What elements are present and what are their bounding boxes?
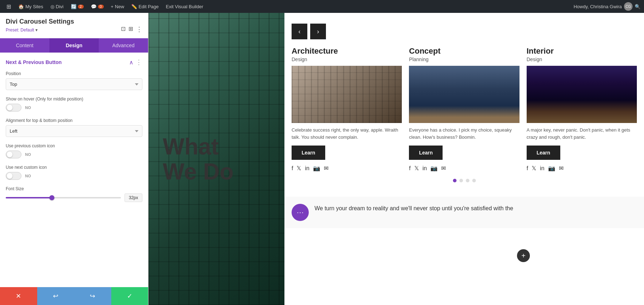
carousel-cards: Architecture Design Celebrate success ri…	[292, 46, 637, 172]
card-2-learn-button[interactable]: Learn	[409, 146, 443, 160]
panel-preset[interactable]: Preset: Default ▾	[6, 28, 38, 33]
slider-track	[6, 197, 121, 198]
card-architecture: Architecture Design Celebrate success ri…	[292, 46, 402, 172]
window-icon[interactable]: ⊡	[121, 25, 126, 33]
cancel-icon: ✕	[16, 292, 21, 300]
user-area: Howdy, Christina Gwira CG 🔍	[574, 2, 640, 11]
search-icon[interactable]: 🔍	[635, 4, 640, 9]
next-icon-toggle[interactable]	[6, 172, 21, 180]
linkedin-icon-1[interactable]: in	[305, 165, 309, 172]
section-actions: ∧ ⋮	[129, 58, 142, 66]
prev-icon-label: Use previous custom icon	[6, 143, 142, 148]
tab-content[interactable]: Content	[0, 38, 49, 53]
font-size-field: Font Size 32px	[6, 186, 142, 202]
exit-label: Exit Visual Builder	[166, 4, 204, 9]
section-options-icon[interactable]: ⋮	[136, 58, 142, 66]
panel-bottom: ✕ ↩ ↪ ✓	[0, 287, 148, 305]
bubbles-menu[interactable]: 💬 0	[88, 0, 107, 13]
divi-icon: ◎	[50, 4, 54, 9]
position-select[interactable]: Top Middle Bottom	[6, 78, 142, 90]
my-sites-menu[interactable]: 🏠 My Sites	[15, 0, 46, 13]
dot-2[interactable]	[459, 179, 463, 182]
facebook-icon-3[interactable]: f	[527, 165, 528, 172]
position-label: Position	[6, 71, 142, 76]
redo-icon: ↪	[90, 292, 95, 300]
email-icon-3[interactable]: ✉	[559, 165, 564, 172]
instagram-icon-1[interactable]: 📷	[313, 165, 320, 172]
instagram-icon-3[interactable]: 📷	[548, 165, 555, 172]
next-icon-label: Use next custom icon	[6, 165, 142, 170]
bubble-icon: 💬	[91, 4, 97, 9]
card-2-subtitle: Planning	[409, 56, 519, 62]
next-icon-field: Use next custom icon NO	[6, 165, 142, 180]
undo-button[interactable]: ↩	[37, 287, 74, 305]
card-2-desc: Everyone has a choice. I pick my choice,…	[409, 127, 519, 141]
hover-toggle[interactable]	[6, 104, 21, 112]
grid-icon[interactable]: ⊞	[128, 25, 133, 33]
avatar[interactable]: CG	[624, 2, 633, 11]
dots-icon[interactable]: ⋮	[136, 25, 142, 33]
email-icon-1[interactable]: ✉	[324, 165, 328, 172]
pencil-icon: ✏️	[131, 4, 137, 9]
carousel-prev-button[interactable]: ‹	[292, 24, 307, 39]
collapse-icon[interactable]: ∧	[129, 59, 133, 66]
next-icon-toggle-label: NO	[25, 174, 31, 178]
bottom-section: ⋯ We turn your dream to reality and we'l…	[284, 197, 644, 228]
prev-icon-toggle[interactable]	[6, 151, 21, 158]
dot-1[interactable]	[453, 179, 457, 182]
wp-logo[interactable]: ⊞	[4, 0, 14, 13]
font-size-slider-row: 32px	[6, 193, 142, 202]
email-icon-2[interactable]: ✉	[441, 165, 446, 172]
redo-button[interactable]: ↪	[74, 287, 111, 305]
card-3-learn-button[interactable]: Learn	[527, 146, 560, 160]
new-button[interactable]: + New	[108, 0, 127, 13]
hero-text: What We Do	[163, 134, 234, 184]
card-concept: Concept Planning Everyone has a choice. …	[409, 46, 519, 172]
carousel-next-button[interactable]: ›	[310, 24, 326, 39]
my-sites-label: My Sites	[25, 4, 43, 9]
alignment-select[interactable]: Left Center Right	[6, 125, 142, 137]
facebook-icon-2[interactable]: f	[409, 165, 410, 172]
cancel-button[interactable]: ✕	[0, 287, 37, 305]
hero-line1: What	[163, 134, 234, 159]
instagram-icon-2[interactable]: 📷	[430, 165, 438, 172]
edit-page-button[interactable]: ✏️ Edit Page	[128, 0, 161, 13]
card-1-learn-button[interactable]: Learn	[292, 146, 325, 160]
bubble-button[interactable]: ⋯	[292, 204, 309, 221]
card-2-image	[409, 66, 519, 123]
linkedin-icon-2[interactable]: in	[423, 165, 427, 172]
card-1-title: Architecture	[292, 46, 402, 56]
prev-icon-toggle-row: NO	[6, 151, 142, 158]
tab-advanced[interactable]: Advanced	[99, 38, 148, 53]
plus-icon: +	[111, 4, 114, 9]
prev-toggle-knob	[7, 152, 13, 157]
wp-icon: ⊞	[6, 3, 11, 10]
linkedin-icon-3[interactable]: in	[540, 165, 544, 172]
tab-design[interactable]: Design	[49, 38, 99, 53]
prev-icon-toggle-label: NO	[25, 152, 31, 157]
twitter-icon-3[interactable]: 𝕏	[532, 165, 536, 172]
comments-icon: 🔄	[71, 4, 77, 9]
alignment-label: Alignment for top & bottom position	[6, 118, 142, 123]
facebook-icon-1[interactable]: f	[292, 165, 293, 172]
hover-field: Show on hover (Only for middle position)…	[6, 97, 142, 112]
comments-menu[interactable]: 🔄 2	[68, 0, 87, 13]
carousel-section: ‹ › Architecture Design Celebrate succes…	[284, 13, 644, 197]
dot-4[interactable]	[472, 179, 476, 182]
comments-badge: 2	[78, 5, 84, 9]
slider-thumb[interactable]	[49, 195, 54, 200]
next-toggle-knob	[7, 173, 13, 179]
card-3-desc: A major key, never panic. Don't panic, w…	[527, 127, 637, 141]
twitter-icon-1[interactable]: 𝕏	[297, 165, 301, 172]
add-row-button[interactable]: +	[517, 249, 530, 262]
save-button[interactable]: ✓	[111, 287, 148, 305]
twitter-icon-2[interactable]: 𝕏	[414, 165, 419, 172]
divi-menu[interactable]: ◎ Divi	[48, 0, 67, 13]
my-sites-icon: 🏠	[18, 4, 24, 9]
card-1-subtitle: Design	[292, 56, 402, 62]
exit-builder-button[interactable]: Exit Visual Builder	[163, 0, 206, 13]
alignment-field: Alignment for top & bottom position Left…	[6, 118, 142, 137]
edit-label: Edit Page	[138, 4, 158, 9]
dot-3[interactable]	[466, 179, 469, 182]
card-3-title: Interior	[527, 46, 637, 56]
